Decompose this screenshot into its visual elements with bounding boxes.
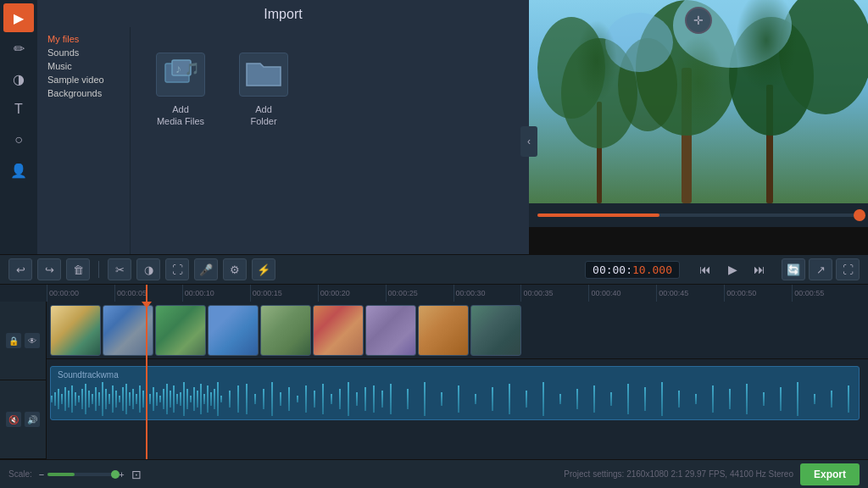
video-clip-5[interactable] [260,305,311,356]
audio-volume-button[interactable]: 🔊 [25,412,40,427]
svg-rect-97 [576,389,578,409]
svg-rect-68 [237,385,239,413]
mic-button[interactable]: 🎤 [194,258,218,280]
skip-back-button[interactable]: ⏮ [693,258,717,280]
add-media-button[interactable]: ♪ 🎵 AddMedia Files [147,44,214,136]
collapse-panel-button[interactable]: ‹ [520,126,537,157]
scale-minus-icon[interactable]: − [39,469,44,480]
preview-progress-bar[interactable] [537,214,860,217]
track-lock-button[interactable]: 🔒 [6,333,21,348]
svg-rect-81 [348,382,349,416]
video-clip-8[interactable] [418,305,469,356]
file-tree-sounds[interactable]: Sounds [44,46,123,59]
svg-rect-98 [593,385,595,413]
svg-rect-38 [125,384,127,414]
add-folder-button[interactable]: AddFolder [231,44,297,136]
svg-rect-31 [102,382,103,416]
svg-rect-108 [763,392,765,406]
svg-rect-16 [51,396,53,402]
ruler-mark-5: 00:00:05 [114,285,182,302]
delete-button[interactable]: 🗑 [66,258,90,280]
svg-rect-73 [280,392,281,406]
file-tree-my-files[interactable]: My files [44,32,123,46]
cut-button[interactable]: ✂ [108,258,131,280]
video-track [47,302,868,359]
svg-rect-27 [88,391,90,408]
transport-controls: ⏮ ▶ ⏭ [693,258,771,280]
audio-mute-button[interactable]: 🔇 [6,412,21,427]
scale-plus-icon[interactable]: + [119,469,124,480]
svg-rect-39 [129,392,131,406]
file-tree-music[interactable]: Music [44,59,123,73]
svg-rect-62 [207,385,209,413]
sidebar-icon-text[interactable]: T [3,95,34,124]
preview-slider-area[interactable] [529,203,868,227]
undo-button[interactable]: ↩ [8,258,32,280]
gear-button[interactable]: ⚙ [223,258,247,280]
video-clip-9[interactable] [470,305,521,356]
svg-rect-105 [712,385,714,413]
svg-rect-71 [263,389,264,409]
svg-rect-41 [136,394,137,404]
sidebar-icon-circle[interactable]: ○ [3,125,34,154]
scale-slider[interactable] [47,473,115,476]
video-clip-1[interactable] [50,305,101,356]
svg-rect-42 [139,385,141,413]
track-controls: 🔒 👁 🔇 🔊 [0,302,47,459]
image-button[interactable]: ⛶ [165,258,189,280]
video-clip-7[interactable] [365,305,416,356]
contrast-button[interactable]: ◑ [136,258,160,280]
track-visible-button[interactable]: 👁 [25,333,40,348]
export-small-button[interactable]: ↗ [809,258,832,280]
svg-point-12 [537,17,605,119]
svg-rect-17 [54,392,56,406]
ruler-playhead [146,285,147,302]
svg-rect-37 [122,387,124,411]
svg-rect-69 [246,384,248,414]
play-button[interactable]: ▶ [721,258,744,280]
import-title: Import [37,0,529,27]
sidebar-icon-person[interactable]: 👤 [3,156,34,185]
file-tree-sample-video[interactable]: Sample video [44,73,123,86]
ruler-mark-55: 00:00:55 [792,285,860,302]
scale-thumb[interactable] [111,470,120,479]
svg-rect-59 [197,391,198,408]
skip-forward-button[interactable]: ⏭ [748,258,771,280]
svg-rect-92 [492,387,493,411]
svg-rect-90 [458,385,459,413]
time-display: 00:00:10.000 [585,261,680,279]
extra-controls: 🔄 ↗ ⛶ [782,258,860,280]
scale-fit-icon[interactable]: ⊡ [131,468,142,481]
video-clip-3[interactable] [155,305,206,356]
svg-rect-20 [64,387,66,411]
sidebar-icon-edit[interactable]: ✏ [3,34,34,63]
add-folder-icon [239,53,288,97]
compass-icon: ✛ [685,7,712,34]
svg-rect-74 [288,387,290,411]
video-clip-2[interactable] [103,305,153,356]
timeline-ruler: 00:00:00 00:00:05 00:00:10 00:00:15 00:0… [0,285,868,302]
import-grid: ♪ 🎵 AddMedia Files AddFolder [131,27,529,256]
loop-button[interactable]: 🔄 [782,258,805,280]
svg-rect-51 [170,391,171,408]
audio-clip[interactable]: Soundtrackwma [50,366,860,420]
svg-rect-89 [441,392,442,406]
svg-rect-66 [220,396,222,402]
file-tree-backgrounds[interactable]: Backgrounds [44,86,123,100]
sliders-button[interactable]: ⚡ [252,258,275,280]
video-clip-6[interactable] [313,305,364,356]
svg-rect-80 [339,389,341,409]
file-tree: My files Sounds Music Sample video Backg… [37,27,131,256]
export-button[interactable]: Export [800,463,860,485]
svg-rect-109 [780,387,782,411]
svg-rect-22 [71,385,73,413]
toolbar-separator-1 [98,261,99,278]
video-clip-4[interactable] [208,305,259,356]
fullscreen-button[interactable]: ⛶ [836,258,860,280]
import-content: My files Sounds Music Sample video Backg… [37,27,529,256]
preview-progress-thumb[interactable] [854,209,865,221]
sidebar-icon-color[interactable]: ◑ [3,64,34,93]
redo-button[interactable]: ↪ [37,258,61,280]
svg-rect-19 [61,394,63,404]
sidebar-icon-video[interactable]: ▶ [3,3,34,32]
